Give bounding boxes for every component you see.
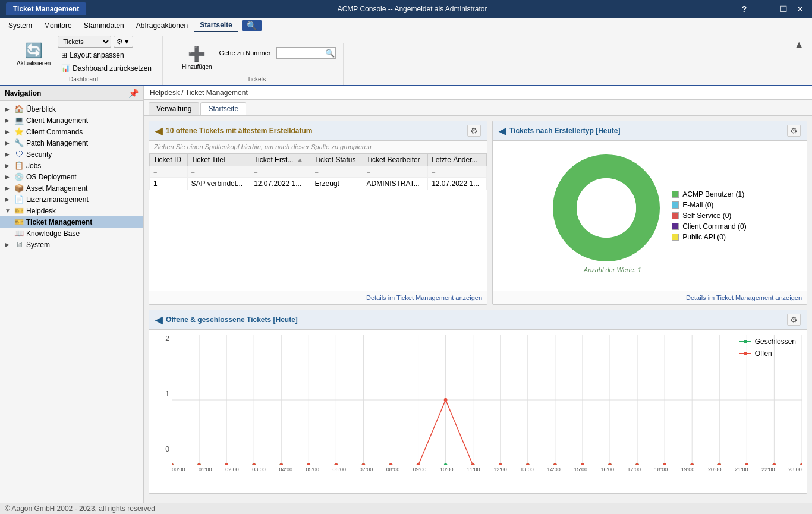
aktualisieren-button[interactable]: 🔄 Aktualisieren	[12, 40, 55, 70]
svg-point-1	[577, 178, 636, 238]
content-area: Helpdesk / Ticket Management Verwaltung …	[144, 86, 812, 503]
menu-system[interactable]: System	[2, 20, 38, 31]
menu-search-button[interactable]: 🔍	[242, 20, 262, 31]
title-bar: Ticket Management ACMP Console -- Angeme…	[0, 0, 812, 18]
svg-point-60	[362, 463, 366, 465]
col-ticket-titel[interactable]: Ticket Titel	[187, 154, 250, 166]
pin-button[interactable]: 📌	[128, 89, 139, 98]
legend-client-command: Client Command (0)	[672, 222, 746, 231]
table-row[interactable]: 1 SAP verbindet... 12.07.2022 1... Erzeu…	[150, 178, 487, 190]
sidebar-item-client-management[interactable]: ▶ 💻 Client Management	[0, 115, 143, 126]
tickets-dropdown[interactable]: Tickets	[58, 36, 111, 48]
jobs-icon: 📋	[14, 161, 24, 170]
add-button[interactable]: ➕ Hinzufügen	[177, 43, 217, 73]
col-letzte-aenderung[interactable]: Letzte Änder...	[428, 154, 487, 166]
help-button[interactable]: ?	[738, 4, 750, 14]
dashboard-content: ◀ 10 offene Tickets mit ältestem Erstell…	[144, 116, 812, 503]
arrow-icon: ▶	[5, 174, 12, 180]
menu-bar: System Monitore Stammdaten Abfrageaktion…	[0, 18, 812, 33]
layout-icon: ⊞	[61, 51, 67, 59]
svg-point-61	[389, 463, 393, 465]
panel3-settings-button[interactable]: ⚙	[787, 314, 801, 326]
sidebar-item-lizenzmanagement[interactable]: ▶ 📄 Lizenzmanagement	[0, 194, 143, 205]
close-button[interactable]: ✕	[794, 4, 806, 14]
line-chart-container: 2 1 0	[154, 335, 802, 465]
arrow-icon: ▶	[5, 151, 12, 157]
svg-point-72	[690, 463, 694, 465]
sidebar-item-jobs[interactable]: ▶ 📋 Jobs	[0, 160, 143, 171]
sidebar-item-os-deployment[interactable]: ▶ 💿 OS Deployment	[0, 171, 143, 182]
panel2-settings-button[interactable]: ⚙	[787, 125, 801, 137]
menu-stammdaten[interactable]: Stammdaten	[78, 20, 130, 31]
legend-email: E-Mail (0)	[672, 201, 746, 209]
panel-footer-link[interactable]: Details im Ticket Management anzeigen	[366, 294, 482, 301]
sidebar-item-knowledge-base[interactable]: 📖 Knowledge Base	[0, 228, 143, 239]
svg-point-75	[772, 463, 776, 465]
system-icon: 🖥	[14, 240, 24, 249]
gehe-search-button[interactable]: 🔍	[325, 49, 335, 58]
minimize-button[interactable]: —	[761, 4, 773, 14]
maximize-button[interactable]: ☐	[778, 4, 789, 14]
ribbon-collapse-button[interactable]: ▲	[791, 38, 807, 51]
patch-management-icon: 🔧	[14, 138, 24, 147]
status-bar: © Aagon GmbH 2002 - 2023, all rights res…	[0, 503, 812, 514]
sidebar-item-patch-management[interactable]: ▶ 🔧 Patch Management	[0, 137, 143, 149]
tickets-table: Ticket ID Ticket Titel Ticket Erst... ▲ …	[149, 153, 487, 190]
col-ticket-id[interactable]: Ticket ID	[150, 154, 188, 166]
y-axis: 2 1 0	[154, 335, 172, 465]
client-commands-icon: ⭐	[14, 127, 24, 136]
sidebar-item-uberblick[interactable]: ▶ 🏠 Überblick	[0, 103, 143, 115]
tab-bar: Verwaltung Startseite	[144, 100, 812, 116]
panel2-footer-link[interactable]: Details im Ticket Management anzeigen	[686, 294, 802, 301]
ribbon: 🔄 Aktualisieren Tickets ⚙▼ ⊞ Layout anpa…	[0, 33, 812, 86]
open-tickets-panel: ◀ 10 offene Tickets mit ältestem Erstell…	[149, 121, 487, 305]
svg-point-66	[526, 463, 530, 465]
arrow-icon: ▶	[5, 162, 12, 169]
col-ticket-erst[interactable]: Ticket Erst... ▲	[250, 154, 311, 166]
svg-point-71	[663, 463, 666, 465]
app-name: Ticket Management	[6, 2, 86, 15]
sidebar-item-helpdesk[interactable]: ▼ 🎫 Helpdesk	[0, 205, 143, 216]
donut-count: Anzahl der Werte: 1	[584, 266, 641, 277]
sidebar-item-client-commands[interactable]: ▶ ⭐ Client Commands	[0, 126, 143, 137]
dashboard-reset-button[interactable]: 📊 Dashboard zurücksetzen	[58, 63, 155, 74]
svg-point-69	[608, 463, 612, 465]
sidebar-item-system[interactable]: ▶ 🖥 System	[0, 239, 143, 250]
menu-monitore[interactable]: Monitore	[38, 20, 78, 31]
client-management-icon: 💻	[14, 116, 24, 125]
tab-verwaltung[interactable]: Verwaltung	[149, 102, 199, 115]
security-icon: 🛡	[14, 150, 24, 159]
settings-dropdown-button[interactable]: ⚙▼	[114, 36, 133, 48]
sidebar: Navigation 📌 ▶ 🏠 Überblick ▶ 💻 Client Ma…	[0, 86, 144, 503]
svg-point-57	[279, 463, 283, 465]
col-ticket-status[interactable]: Ticket Status	[311, 154, 363, 166]
arrow-icon: ▶	[5, 128, 12, 135]
os-deployment-icon: 💿	[14, 172, 24, 181]
sidebar-item-ticket-management[interactable]: 🎫 Ticket Management	[0, 216, 143, 228]
svg-point-64	[471, 463, 475, 465]
col-ticket-bearbeiter[interactable]: Ticket Bearbeiter	[363, 154, 428, 166]
sidebar-item-asset-management[interactable]: ▶ 📦 Asset Management	[0, 182, 143, 194]
arrow-icon: ▶	[5, 196, 12, 203]
helpdesk-icon: 🎫	[14, 206, 24, 215]
svg-point-80	[744, 352, 747, 355]
legend-acmp-benutzer: ACMP Benutzer (1)	[672, 190, 746, 198]
arrow-icon: ▶	[5, 117, 12, 124]
menu-startseite[interactable]: Startseite	[194, 19, 238, 32]
menu-abfrageaktionen[interactable]: Abfrageaktionen	[130, 20, 194, 31]
svg-point-56	[252, 463, 256, 465]
legend-self-service: Self Service (0)	[672, 212, 746, 220]
navigation-label: Navigation	[5, 89, 41, 97]
sidebar-item-security[interactable]: ▶ 🛡 Security	[0, 149, 143, 160]
panel-settings-button[interactable]: ⚙	[467, 125, 481, 137]
dashboard-icon: 📊	[61, 64, 70, 72]
svg-point-67	[553, 463, 557, 465]
top-panels: ◀ 10 offene Tickets mit ältestem Erstell…	[149, 121, 807, 305]
table-hint: Ziehen Sie einen Spaltenkopf hierhin, um…	[149, 141, 487, 153]
lizenz-icon: 📄	[14, 195, 24, 204]
panel-title: ◀ 10 offene Tickets mit ältestem Erstell…	[155, 125, 313, 137]
layout-button[interactable]: ⊞ Layout anpassen	[58, 50, 127, 61]
donut-chart	[553, 154, 660, 261]
open-closed-panel: ◀ Offene & geschlossene Tickets [Heute] …	[149, 310, 807, 494]
tab-startseite[interactable]: Startseite	[200, 102, 246, 115]
